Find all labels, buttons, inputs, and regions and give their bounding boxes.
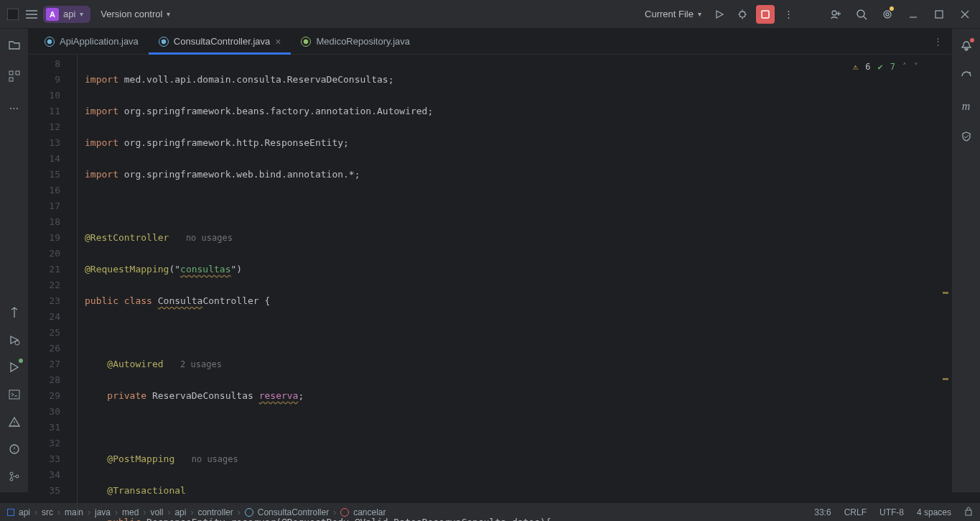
error-stripe[interactable]: [941, 55, 950, 521]
left-tool-rail: ⋯: [0, 29, 29, 492]
tab-medico-repository[interactable]: MedicoRepository.java: [291, 29, 420, 55]
svg-point-3: [832, 11, 836, 15]
run-button[interactable]: [710, 5, 729, 24]
line-gutter[interactable]: 8910111213141516171819202122232425262728…: [29, 55, 70, 521]
chevron-down-icon: ▾: [698, 10, 701, 18]
run-configuration-selector[interactable]: Current File ▾: [640, 6, 706, 22]
search-everywhere-button[interactable]: [852, 5, 871, 24]
stop-button[interactable]: [756, 5, 775, 24]
maven-tool-button[interactable]: m: [959, 99, 974, 114]
vcs-tool-button[interactable]: [7, 469, 22, 484]
shield-tool-button[interactable]: [959, 129, 974, 144]
tab-consulta-controller[interactable]: ConsultaController.java×: [149, 29, 291, 55]
weak-warning-icon: ✔: [878, 59, 883, 75]
notifications-button[interactable]: [959, 39, 974, 53]
svg-rect-7: [935, 11, 943, 18]
svg-point-14: [10, 472, 13, 475]
svg-rect-18: [966, 510, 971, 515]
right-tool-rail: m: [951, 29, 980, 492]
ide-logo-icon: [6, 7, 20, 22]
code-editor[interactable]: ⚠6 ✔7 ˄ ˅ 891011121314151617181920212223…: [29, 55, 951, 521]
problems-tool-button[interactable]: [7, 415, 22, 429]
warning-marker[interactable]: [943, 292, 948, 294]
warning-marker[interactable]: [943, 378, 948, 380]
module-icon: [7, 509, 14, 516]
main-menu-button[interactable]: [24, 7, 39, 22]
tab-label: MedicoRepository.java: [316, 36, 410, 47]
java-interface-icon: [301, 37, 311, 47]
svg-point-15: [10, 478, 13, 481]
svg-point-17: [969, 72, 971, 73]
svg-point-5: [884, 11, 891, 18]
run-config-label: Current File: [645, 9, 694, 19]
svg-rect-8: [9, 71, 13, 75]
close-tab-button[interactable]: ×: [275, 36, 281, 47]
inspection-widget[interactable]: ⚠6 ✔7 ˄ ˅: [853, 59, 918, 75]
readonly-toggle[interactable]: [964, 506, 973, 518]
fold-column[interactable]: [70, 55, 78, 521]
code-content[interactable]: import med.voll.api.domain.consulta.Rese…: [78, 55, 951, 521]
structure-tool-button[interactable]: [7, 69, 22, 83]
tool-button[interactable]: [7, 442, 22, 456]
tab-label: ApiApplication.java: [60, 36, 139, 47]
svg-point-4: [857, 10, 864, 17]
vcs-menu[interactable]: Version control ▾: [95, 6, 176, 22]
warning-icon: ⚠: [853, 59, 858, 75]
more-actions-button[interactable]: ⋮: [779, 5, 798, 24]
run-tool-button[interactable]: [7, 360, 22, 374]
project-letter-badge: A: [46, 8, 59, 21]
warning-count: 6: [865, 59, 870, 75]
java-class-icon: [159, 37, 169, 47]
minimize-button[interactable]: [904, 5, 923, 24]
tabs-more-button[interactable]: ⋮: [933, 36, 943, 47]
ai-assistant-button[interactable]: [959, 69, 974, 83]
pass-count: 7: [890, 59, 895, 75]
terminal-tool-button[interactable]: [7, 387, 22, 402]
titlebar: A api ▾ Version control ▾ Current File ▾…: [0, 0, 980, 29]
next-highlight-button[interactable]: ˅: [914, 59, 918, 75]
svg-rect-12: [9, 390, 19, 399]
editor-area: ApiApplication.java ConsultaController.j…: [29, 29, 951, 492]
code-with-me-button[interactable]: [826, 5, 845, 24]
svg-point-6: [886, 13, 889, 16]
project-tool-button[interactable]: [7, 37, 22, 52]
tab-api-application[interactable]: ApiApplication.java: [34, 29, 149, 55]
java-class-icon: [45, 37, 55, 47]
project-selector[interactable]: A api ▾: [43, 6, 90, 23]
svg-point-11: [15, 341, 19, 345]
close-window-button[interactable]: [956, 5, 974, 24]
editor-tabs: ApiApplication.java ConsultaController.j…: [29, 29, 951, 55]
debug-button[interactable]: [733, 5, 752, 24]
svg-rect-10: [9, 78, 13, 81]
chevron-down-icon: ▾: [167, 10, 170, 18]
svg-rect-2: [762, 11, 769, 18]
prev-highlight-button[interactable]: ˄: [902, 59, 907, 75]
more-tools-button[interactable]: ⋯: [7, 101, 22, 115]
vcs-label: Version control: [101, 9, 162, 19]
tool-button[interactable]: [7, 305, 22, 320]
svg-point-16: [16, 475, 19, 478]
chevron-down-icon: ▾: [80, 10, 83, 18]
services-tool-button[interactable]: [7, 333, 22, 347]
tab-label: ConsultaController.java: [174, 36, 270, 47]
project-name: api: [63, 9, 75, 19]
settings-button[interactable]: [878, 5, 897, 24]
svg-rect-9: [16, 71, 19, 75]
maximize-button[interactable]: [930, 5, 948, 24]
svg-rect-0: [7, 9, 19, 20]
